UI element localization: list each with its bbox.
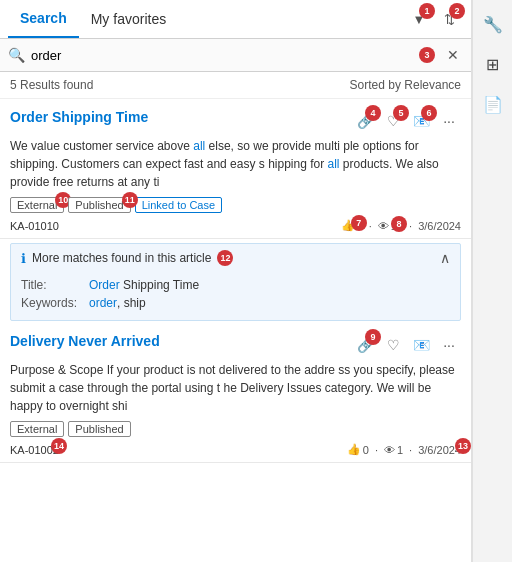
meta-dot-2: ·	[409, 220, 412, 232]
sidebar-doc-button[interactable]: 📄	[477, 88, 509, 120]
article-card-2: Delivery Never Arrived 🔗 9 ♡ 📧 ··· Purpo…	[0, 325, 471, 463]
like-val-2: 0	[363, 444, 369, 456]
like-count-1: 👍 7 0	[341, 219, 363, 232]
article-meta-2: KA-01002 14 👍 0 · 👁 1 · 3/6/2024 13	[10, 443, 461, 456]
more-matches-body: Title: Order Shipping Time Keywords: ord…	[11, 272, 460, 320]
article-title-2[interactable]: Delivery Never Arrived	[10, 333, 160, 349]
eye-icon-1: 👁	[378, 220, 389, 232]
doc-icon: 📄	[483, 95, 503, 114]
eye-icon-2: 👁	[384, 444, 395, 456]
more-matches-header[interactable]: ℹ More matches found in this article 12 …	[11, 244, 460, 272]
id-badge-14: 14	[51, 438, 67, 454]
tab-search[interactable]: Search	[8, 0, 79, 38]
match-value-keywords: order, ship	[89, 296, 146, 310]
view-badge-8: 8	[391, 216, 407, 232]
filter-button[interactable]: ▼ 1	[405, 5, 433, 33]
sort-badge: 2	[449, 3, 465, 19]
action-heart-icon-2[interactable]: ♡	[381, 333, 405, 357]
highlight-all: all	[193, 139, 205, 153]
info-icon: ℹ	[21, 251, 26, 266]
article-actions-2: 🔗 9 ♡ 📧 ···	[353, 333, 461, 357]
article-id-1: KA-01010	[10, 220, 59, 232]
search-icon: 🔍	[8, 47, 25, 63]
view-count-2: 👁 1	[384, 444, 403, 456]
more-matches-panel: ℹ More matches found in this article 12 …	[10, 243, 461, 321]
more-matches-badge: 12	[217, 250, 233, 266]
article-actions-1: 🔗 4 ♡ 5 📧 6 ···	[353, 109, 461, 133]
action-more-icon-2[interactable]: ···	[437, 333, 461, 357]
action-badge-9: 9	[365, 329, 381, 345]
meta-badge-13: 13	[455, 438, 471, 454]
highlight-all2: all	[328, 157, 340, 171]
meta-dot-1: ·	[369, 220, 372, 232]
match-value-title: Order Shipping Time	[89, 278, 199, 292]
like-badge-7: 7	[351, 215, 367, 231]
action-heart-icon-1[interactable]: ♡ 5	[381, 109, 405, 133]
more-matches-label: More matches found in this article	[32, 251, 211, 265]
like-icon-2: 👍	[347, 443, 361, 456]
tags-row-2: External Published	[10, 421, 461, 437]
article-header-2: Delivery Never Arrived 🔗 9 ♡ 📧 ···	[10, 333, 461, 357]
article-header-1: Order Shipping Time 🔗 4 ♡ 5 📧 6 ···	[10, 109, 461, 133]
article-id-2: KA-01002 14	[10, 444, 59, 456]
action-more-icon-1[interactable]: ···	[437, 109, 461, 133]
tag-external-1: External 10	[10, 197, 64, 213]
more-icon-2: ···	[443, 337, 455, 353]
results-sort: Sorted by Relevance	[350, 78, 461, 92]
action-email-icon-1[interactable]: 📧 6	[409, 109, 433, 133]
tabs-bar: Search My favorites ▼ 1 ⇅ 2	[0, 0, 471, 39]
search-badge-wrap: 3	[419, 47, 439, 63]
meta-dot-3: ·	[375, 444, 378, 456]
article-body-1: We value customer service above all else…	[10, 137, 461, 191]
article-card-1: Order Shipping Time 🔗 4 ♡ 5 📧 6 ···	[0, 99, 471, 239]
match-label-title: Title:	[21, 278, 81, 292]
tag-published-2: Published	[68, 421, 130, 437]
tag-linked-1: Linked to Case	[135, 197, 222, 213]
results-count: 5 Results found	[10, 78, 93, 92]
search-bar: 🔍 3 ✕	[0, 39, 471, 72]
match-label-keywords: Keywords:	[21, 296, 81, 310]
action-badge-4: 4	[365, 105, 381, 121]
article-date-1: 3/6/2024	[418, 220, 461, 232]
search-input[interactable]	[31, 48, 419, 63]
tag-published-1: Published 11	[68, 197, 130, 213]
more-icon: ···	[443, 113, 455, 129]
sidebar-wrench-button[interactable]: 🔧	[477, 8, 509, 40]
wrench-icon: 🔧	[483, 15, 503, 34]
article-title-1[interactable]: Order Shipping Time	[10, 109, 148, 125]
tab-actions: ▼ 1 ⇅ 2	[405, 5, 463, 33]
action-badge-6: 6	[421, 105, 437, 121]
meta-right-1: 👍 7 0 · 👁 8 10 · 3/6/2024	[341, 219, 461, 232]
like-count-2: 👍 0	[347, 443, 369, 456]
match-row-keywords: Keywords: order, ship	[21, 294, 450, 312]
match-highlight-order: Order	[89, 278, 120, 292]
action-link-icon-1[interactable]: 🔗 4	[353, 109, 377, 133]
action-badge-5: 5	[393, 105, 409, 121]
search-results-badge: 3	[419, 47, 435, 63]
meta-dot-4: ·	[409, 444, 412, 456]
search-clear-button[interactable]: ✕	[443, 45, 463, 65]
heart-icon-2: ♡	[387, 337, 400, 353]
tags-row-1: External 10 Published 11 Linked to Case	[10, 197, 461, 213]
view-val-2: 1	[397, 444, 403, 456]
collapse-icon[interactable]: ∧	[440, 250, 450, 266]
action-email-icon-2[interactable]: 📧	[409, 333, 433, 357]
match-row-title: Title: Order Shipping Time	[21, 276, 450, 294]
article-date-2: 3/6/2024 13	[418, 444, 461, 456]
tag-badge-11: 11	[122, 192, 138, 208]
results-header: 5 Results found Sorted by Relevance	[0, 72, 471, 99]
tab-favorites[interactable]: My favorites	[79, 1, 178, 37]
view-count-1: 👁 8 10	[378, 220, 403, 232]
article-body-2: Purpose & Scope If your product is not d…	[10, 361, 461, 415]
match-highlight-order2: order	[89, 296, 117, 310]
meta-right-2: 👍 0 · 👁 1 · 3/6/2024 13	[347, 443, 461, 456]
filter-badge: 1	[419, 3, 435, 19]
action-link-icon-2[interactable]: 🔗 9	[353, 333, 377, 357]
email-icon-2: 📧	[413, 337, 430, 353]
sort-button[interactable]: ⇅ 2	[435, 5, 463, 33]
tag-external-2: External	[10, 421, 64, 437]
article-meta-1: KA-01010 👍 7 0 · 👁 8 10 · 3/6/2024	[10, 219, 461, 232]
grid-icon: ⊞	[486, 55, 499, 74]
sidebar-grid-button[interactable]: ⊞	[477, 48, 509, 80]
sidebar: 🔧 ⊞ 📄	[472, 0, 512, 562]
